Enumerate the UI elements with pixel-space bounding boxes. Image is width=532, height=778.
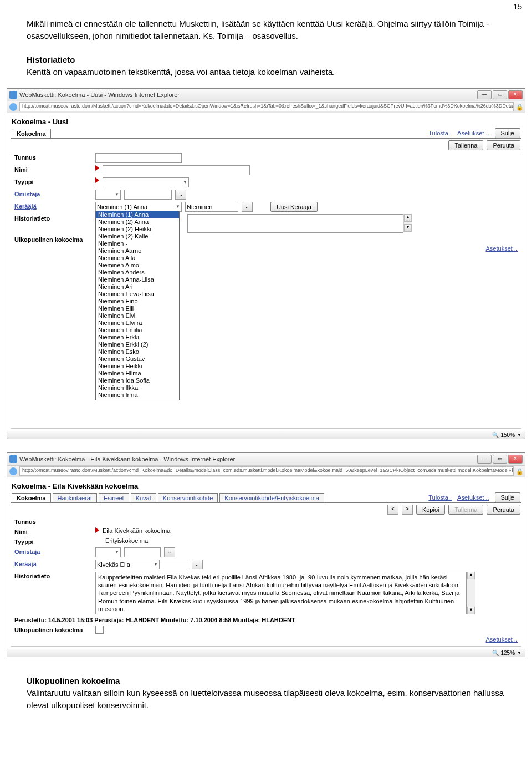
tab-konservointi-erityis[interactable]: Konservointikohde/Erityiskokoelma [219,493,324,502]
dropdown-option[interactable]: Nieminen Aila [96,255,179,262]
sulje-button[interactable]: Sulje [495,492,520,502]
link-tulosta[interactable]: Tulosta.. [428,130,452,136]
link-asetukset-bottom[interactable]: Asetukset .. [486,636,518,643]
dropdown-option[interactable]: Nieminen Aarno [96,247,179,255]
tallenna-button[interactable]: Tallenna [448,140,483,150]
keraaja-filter-input[interactable] [185,202,238,212]
tab-esineet[interactable]: Esineet [99,493,129,502]
keraaja-lookup-button[interactable]: .. [242,202,253,212]
historiatieto-textarea[interactable] [187,214,403,233]
scroll-down-icon[interactable]: ▼ [467,607,475,614]
label-ulkopuolinen: Ulkopuolinen kokoelma [14,235,92,243]
label-tyyppi: Tyyppi [14,177,92,185]
link-tulosta[interactable]: Tulosta.. [428,494,452,501]
dropdown-option[interactable]: Nieminen Irma [96,391,179,399]
tab-kokoelma[interactable]: Kokoelma [12,129,51,138]
keraaja-dropdown-list[interactable]: Nieminen (1) AnnaNieminen (2) AnnaNiemin… [95,211,180,400]
dropdown-option[interactable]: Nieminen Emilia [96,327,179,334]
dropdown-option[interactable]: Nieminen Hilma [96,370,179,377]
dropdown-option[interactable]: Nieminen Anders [96,269,179,276]
zoom-level[interactable]: 150% [501,432,515,438]
dropdown-option[interactable]: Nieminen Erkki (2) [96,341,179,348]
dropdown-option[interactable]: Nieminen Ari [96,283,179,291]
maximize-button[interactable]: ▭ [493,455,507,464]
omistaja-prefix-dropdown[interactable]: ▼ [95,190,121,200]
dropdown-option[interactable]: Nieminen Heikki [96,363,179,370]
scroll-up-icon[interactable]: ▲ [404,214,412,222]
omistaja-lookup-button[interactable]: .. [175,190,186,200]
historiatieto-textarea[interactable]: Kauppatieteitten maisteri Eila Kivekäs t… [95,572,467,614]
zoom-level[interactable]: 125% [501,650,515,656]
prev-record-button[interactable]: < [387,505,398,515]
peruuta-button[interactable]: Peruuta [487,505,520,515]
label-keraaja[interactable]: Kerääjä [14,560,92,567]
label-omistaja[interactable]: Omistaja [14,547,92,555]
dropdown-option[interactable]: Nieminen Anna-Liisa [96,276,179,283]
dropdown-option[interactable]: Nieminen (2) Anna [96,218,179,226]
peruuta-button[interactable]: Peruuta [487,140,520,150]
label-nimi: Nimi [14,527,92,535]
keraaja-input[interactable] [163,560,188,569]
tab-konservointikohde[interactable]: Konservointikohde [158,493,218,502]
dropdown-option[interactable]: Nieminen Esko [96,348,179,355]
dropdown-option[interactable]: Nieminen Janne [96,399,179,400]
tab-kuvat[interactable]: Kuvat [131,493,156,502]
omistaja-input[interactable] [124,547,161,557]
dropdown-option[interactable]: Nieminen (2) Kalle [96,233,179,240]
nimi-input[interactable] [103,165,250,175]
label-omistaja[interactable]: Omistaja [14,190,92,197]
ulkopuolinen-checkbox[interactable] [95,626,104,634]
minimize-button[interactable]: — [477,90,492,99]
back-button-icon[interactable] [9,103,17,111]
back-button-icon[interactable] [9,467,17,475]
kopioi-button[interactable]: Kopioi [416,505,446,515]
minimize-button[interactable]: — [477,455,492,464]
dropdown-option[interactable]: Nieminen (1) Anna [96,211,179,218]
tunnus-input[interactable] [95,153,182,163]
scroll-down-icon[interactable]: ▼ [404,224,412,232]
sulje-button[interactable]: Sulje [495,128,520,138]
link-asetukset-bottom[interactable]: Asetukset .. [486,245,518,252]
maximize-button[interactable]: ▭ [493,90,507,99]
dropdown-option[interactable]: Nieminen Eino [96,298,179,305]
dropdown-option[interactable]: Nieminen Gustav [96,355,179,363]
dropdown-option[interactable]: Nieminen Almo [96,262,179,269]
lock-icon: 🔒 [516,104,523,110]
dropdown-option[interactable]: Nieminen Elviira [96,319,179,327]
tyyppi-value: Erityiskokoelma [105,537,148,544]
label-ulkopuolinen: Ulkopuolinen kokoelma [14,626,92,633]
link-asetukset[interactable]: Asetukset .. [457,130,489,136]
dropdown-option[interactable]: Nieminen (2) Heikki [96,226,179,233]
dropdown-option[interactable]: Nieminen Ilkka [96,384,179,391]
tab-hankintaerat[interactable]: Hankintaerät [53,493,97,502]
link-asetukset[interactable]: Asetukset .. [457,494,489,501]
next-record-button[interactable]: > [402,505,413,515]
dropdown-option[interactable]: Nieminen Erkki [96,334,179,341]
textarea-scrollbar[interactable]: ▲ ▼ [403,214,412,232]
kerap-dropdown[interactable]: Kivekäs Eila▼ [95,560,160,569]
close-button[interactable]: ✕ [508,90,523,99]
zoom-dropdown-icon[interactable]: ▼ [517,650,521,655]
omistaja-input[interactable] [124,190,172,200]
tab-kokoelma[interactable]: Kokoelma [12,493,51,502]
url-field[interactable]: http://tomcat.museovirasto.dom/Musketti/… [19,466,514,476]
keraaja-lookup-button[interactable]: .. [192,560,203,569]
dropdown-option[interactable]: Nieminen Elvi [96,312,179,319]
label-keraaja[interactable]: Kerääjä [14,202,92,210]
dropdown-option[interactable]: Nieminen Ida Sofia [96,377,179,384]
toolbar: < > Kopioi Tallenna Peruuta [11,503,521,516]
omistaja-lookup-button[interactable]: .. [164,547,175,557]
scroll-up-icon[interactable]: ▲ [467,572,475,579]
url-field[interactable]: http://tomcat.museovirasto.dom/Musketti/… [19,102,514,111]
dropdown-option[interactable]: Nieminen Eeva-Liisa [96,291,179,298]
dropdown-option[interactable]: Nieminen Elli [96,305,179,312]
address-bar: http://tomcat.museovirasto.dom/Musketti/… [7,101,525,113]
zoom-dropdown-icon[interactable]: ▼ [517,433,521,438]
label-tunnus: Tunnus [14,517,92,525]
dropdown-option[interactable]: Nieminen - [96,240,179,247]
close-button[interactable]: ✕ [508,455,523,464]
uusi-keraaja-button[interactable]: Uusi Kerääjä [270,202,318,212]
omistaja-prefix-dropdown[interactable]: ▼ [95,547,121,557]
tyyppi-dropdown[interactable]: ▼ [103,177,189,187]
textarea-scrollbar[interactable]: ▲ ▼ [467,572,475,614]
